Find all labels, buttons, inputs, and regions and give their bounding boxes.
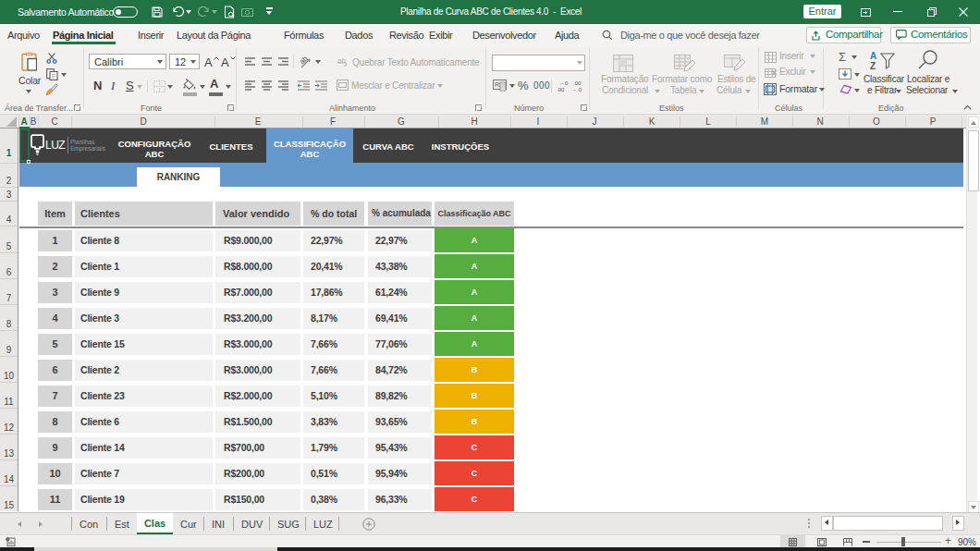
svg-text:→,0: →,0 [571,87,582,92]
svg-text:,00: ,00 [557,87,565,92]
svg-text:,00: ,00 [573,80,582,86]
svg-text:ab: ab [337,56,346,65]
svg-text:Z: Z [870,61,876,70]
svg-text:A: A [870,51,876,61]
svg-text:ab: ab [300,55,310,67]
svg-text:←0: ←0 [559,80,569,86]
